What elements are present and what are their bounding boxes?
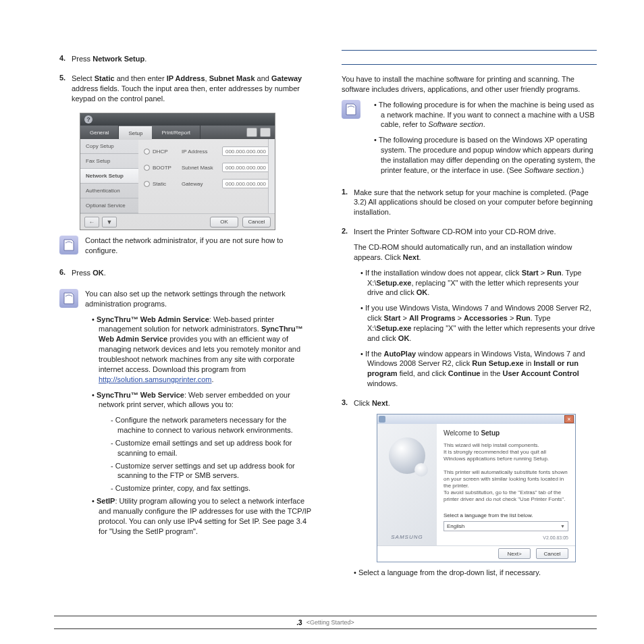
t: Press [72, 55, 92, 63]
field-ip: IP Address [167, 74, 205, 82]
val-ip: 000.000.000.000 [222, 146, 269, 156]
radio-dhcp: DHCP [144, 149, 175, 155]
dash: - Customize email settings and set up ad… [111, 438, 315, 458]
note-icon [59, 289, 78, 308]
prod2: SyncThru™ Web Service [97, 391, 184, 399]
ok-label: OK [92, 269, 104, 277]
language-select: English▼ [444, 521, 568, 531]
next-label: Next [403, 253, 419, 261]
t: Press [72, 269, 92, 277]
val-subnet: 000.000.000.000 [222, 163, 269, 172]
note-text: Contact the network administrator, if yo… [85, 236, 315, 256]
step1: Make sure that the network setup for you… [354, 188, 597, 218]
installer-screenshot: × SAMSUNG Welcome to Setup This wizard [377, 414, 576, 562]
t: Click [354, 399, 372, 407]
note-icon [59, 236, 78, 254]
t: .) [579, 166, 584, 174]
t: The CD-ROM should automatically run, and… [354, 243, 572, 261]
ok-button: OK [210, 217, 238, 227]
lbl-subnet: Subnet Mask [182, 165, 215, 171]
radio-static: Static [144, 181, 175, 187]
side-network: Network Setup [80, 169, 138, 184]
help-icon: ? [84, 115, 92, 124]
sel-label: Select a language from the list below. [444, 512, 568, 518]
globe-graphic [389, 437, 425, 474]
ref: Software section [525, 166, 579, 174]
page-number: .3 [296, 619, 302, 626]
chevron-down-icon: ▼ [560, 524, 565, 529]
prod3: SetIP [97, 497, 115, 505]
down-icon: ▼ [102, 217, 117, 227]
step2a: Insert the Printer Software CD-ROM into … [354, 227, 597, 237]
version-label: V2.00.83:05 [444, 535, 568, 540]
side-auth: Authentication [80, 184, 138, 198]
side-optional: Optional Service [80, 198, 138, 213]
side-fax: Fax Setup [80, 154, 138, 169]
btn-label: Network Setup [92, 55, 144, 63]
val-gateway: 000.000.000.000 [222, 179, 269, 188]
cancel-button: Cancel [536, 548, 568, 559]
cancel-button: Cancel [242, 217, 271, 227]
t: address fields. Touch the input area the… [72, 84, 300, 103]
section-label: <Getting Started> [306, 619, 354, 626]
toolbar-btn [246, 128, 257, 137]
note-text: You can also set up the network settings… [85, 289, 315, 309]
lbl-gateway: Gateway [182, 181, 215, 187]
printer-ui-screenshot: ? General Setup Print/Report Copy Setup … [80, 113, 275, 230]
tab-general: General [80, 126, 119, 139]
tab-setup: Setup [119, 126, 152, 140]
note-icon [342, 100, 360, 119]
field-gateway: Gateway [271, 74, 302, 82]
t: and then enter [115, 74, 167, 82]
scrollbar [268, 139, 275, 213]
next-button: Next> [498, 548, 531, 559]
t: and [255, 74, 271, 82]
t: The following procedure is for when the … [379, 101, 595, 129]
page-footer: .3 <Getting Started> [54, 616, 597, 629]
dash: - Customize server settings and set up a… [111, 461, 315, 481]
back-icon: ← [84, 217, 99, 227]
intro: You have to install the machine software… [342, 74, 597, 95]
after-note: • Select a language from the drop-down l… [354, 568, 597, 578]
radio-bootp: BOOTP [144, 165, 175, 171]
dash: - Configure the network parameters neces… [111, 415, 315, 435]
side-copy: Copy Setup [80, 139, 138, 154]
t: : Utility program allowing you to select… [99, 497, 311, 535]
download-link[interactable]: http://solution.samsungprinter.com [99, 375, 212, 383]
toolbar-btn [260, 128, 271, 137]
font-note: This printer will automatically substitu… [444, 469, 568, 503]
close-icon: × [564, 415, 574, 423]
tab-print-report: Print/Report [152, 126, 200, 139]
dash: - Customize printer, copy, and fax setti… [111, 483, 315, 493]
field-subnet: Subnet Mask [209, 74, 255, 82]
brand-label: SAMSUNG [391, 534, 423, 540]
next-label: Next [372, 399, 388, 407]
app-icon [379, 416, 385, 423]
opt-static: Static [95, 74, 115, 82]
prod1: SyncThru™ Web Admin Service [97, 315, 209, 323]
lbl-ip: IP Address [182, 149, 215, 155]
ref: Software section [428, 120, 483, 128]
t: Select [72, 74, 95, 82]
